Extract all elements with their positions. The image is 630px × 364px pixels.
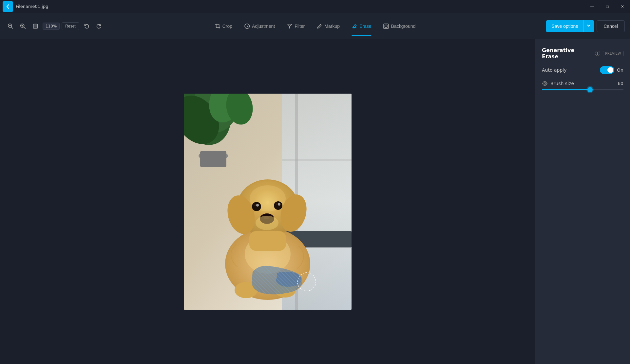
svg-point-46: [256, 216, 278, 230]
filter-tool[interactable]: Filter: [281, 16, 310, 36]
zoom-out-button[interactable]: [5, 21, 16, 31]
brush-label-group: Brush size: [542, 81, 574, 86]
markup-label: Markup: [324, 24, 340, 29]
brush-size-label: Brush size: [550, 81, 574, 86]
zoom-in-icon: [20, 23, 26, 29]
brush-size-row: Brush size 60: [542, 81, 623, 90]
brush-size-slider[interactable]: [542, 89, 623, 90]
svg-rect-13: [385, 25, 387, 27]
panel-title-row: Generative Erase ℹ PREVIEW: [542, 47, 623, 60]
zoom-out-icon: [8, 23, 13, 29]
save-dropdown-button[interactable]: [583, 20, 594, 32]
filter-label: Filter: [295, 24, 305, 29]
redo-icon: [96, 23, 102, 29]
window-controls: — □ ✕: [585, 0, 630, 13]
right-panel: Generative Erase ℹ PREVIEW Auto apply On: [535, 39, 630, 364]
adjustment-icon: [244, 23, 250, 29]
brush-header: Brush size 60: [542, 81, 623, 86]
cancel-button[interactable]: Cancel: [597, 20, 625, 32]
toolbar-center: Crop Adjustment Filter Markup: [209, 16, 421, 36]
svg-point-39: [274, 201, 282, 210]
auto-apply-row: Auto apply On: [542, 66, 623, 74]
toolbar-right: Save options Cancel: [546, 20, 625, 32]
crop-tool[interactable]: Crop: [209, 16, 238, 36]
titlebar: Filename01.jpg — □ ✕: [0, 0, 630, 13]
erase-label: Erase: [359, 24, 372, 29]
titlebar-left: Filename01.jpg: [3, 1, 48, 12]
image-container: [184, 94, 352, 310]
save-options-group: Save options: [546, 20, 594, 32]
brush-size-value: 60: [618, 81, 623, 86]
background-icon: [383, 23, 389, 29]
info-icon[interactable]: ℹ: [595, 51, 600, 56]
close-button[interactable]: ✕: [615, 0, 630, 13]
svg-rect-8: [34, 25, 36, 27]
brush-size-icon: [542, 81, 548, 86]
adjustment-tool[interactable]: Adjustment: [239, 16, 280, 36]
svg-line-2: [11, 27, 13, 28]
filename-label: Filename01.jpg: [16, 4, 48, 9]
maximize-button[interactable]: □: [600, 0, 615, 13]
brush-cursor: [297, 273, 316, 291]
main-content: Generative Erase ℹ PREVIEW Auto apply On: [0, 39, 630, 364]
main-toolbar: 110% Reset Crop: [0, 13, 630, 39]
svg-marker-10: [288, 24, 292, 28]
toggle-right: On: [600, 66, 623, 74]
auto-apply-toggle[interactable]: [600, 66, 614, 74]
preview-badge: PREVIEW: [603, 51, 623, 56]
svg-point-50: [543, 82, 547, 86]
svg-point-38: [252, 202, 261, 211]
markup-tool[interactable]: Markup: [311, 16, 345, 36]
save-options-button[interactable]: Save options: [546, 20, 583, 32]
chevron-down-icon: [587, 24, 591, 27]
toolbar-left: 110% Reset: [5, 21, 104, 31]
svg-point-40: [256, 204, 259, 207]
svg-point-42: [254, 204, 256, 206]
svg-point-51: [544, 82, 545, 84]
svg-rect-24: [200, 151, 226, 167]
adjustment-label: Adjustment: [252, 24, 275, 29]
markup-icon: [316, 23, 322, 29]
dog-image: [184, 94, 352, 310]
redo-button[interactable]: [94, 21, 104, 31]
filter-icon: [287, 23, 293, 29]
zoom-level: 110%: [43, 23, 60, 30]
back-icon: [5, 4, 10, 9]
background-label: Background: [391, 24, 416, 29]
back-button[interactable]: [3, 1, 13, 12]
erase-tool[interactable]: Erase: [346, 16, 377, 36]
canvas-area[interactable]: [0, 39, 535, 364]
zoom-in-button[interactable]: [18, 21, 28, 31]
undo-button[interactable]: [81, 21, 92, 31]
fit-view-icon: [32, 23, 38, 29]
panel-title: Generative Erase: [542, 47, 592, 60]
reset-button[interactable]: Reset: [62, 22, 79, 30]
svg-rect-12: [384, 24, 388, 28]
erase-icon: [352, 23, 357, 29]
svg-line-6: [24, 27, 26, 28]
auto-apply-state: On: [617, 67, 623, 73]
crop-icon: [215, 23, 220, 29]
svg-point-43: [276, 203, 278, 205]
auto-apply-label: Auto apply: [542, 67, 566, 73]
svg-rect-47: [249, 231, 286, 251]
svg-rect-27: [282, 159, 352, 161]
background-tool[interactable]: Background: [378, 16, 421, 36]
fit-view-button[interactable]: [30, 21, 41, 31]
undo-icon: [84, 23, 89, 29]
svg-point-41: [278, 203, 280, 206]
crop-label: Crop: [222, 24, 232, 29]
minimize-button[interactable]: —: [585, 0, 600, 13]
